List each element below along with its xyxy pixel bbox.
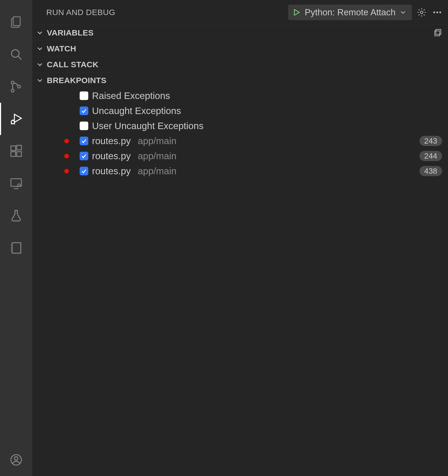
breakpoint-dot-icon — [64, 139, 69, 143]
breakpoint-checkbox[interactable] — [80, 106, 88, 115]
breakpoint-file-row[interactable]: routes.py app/main 243 — [32, 133, 448, 148]
breakpoint-file: routes.py — [92, 166, 131, 176]
breakpoints-title: BREAKPOINTS — [47, 76, 107, 85]
breakpoint-label: User Uncaught Exceptions — [92, 120, 203, 131]
breakpoint-exception-row[interactable]: Uncaught Exceptions — [32, 103, 448, 118]
svg-rect-16 — [17, 145, 21, 150]
breakpoint-file: routes.py — [92, 136, 131, 146]
activity-run-debug[interactable] — [0, 103, 32, 135]
chevron-down-icon — [34, 61, 45, 69]
breakpoints-section: BREAKPOINTS Raised Exceptions Uncaught E… — [32, 72, 448, 476]
activity-testing[interactable] — [0, 200, 32, 232]
breakpoints-header[interactable]: BREAKPOINTS — [32, 73, 448, 88]
svg-point-3 — [11, 81, 14, 84]
chevron-down-icon — [34, 45, 45, 53]
svg-point-4 — [11, 89, 14, 92]
breakpoint-line-badge: 438 — [419, 166, 442, 176]
svg-rect-0 — [13, 17, 20, 26]
svg-point-29 — [436, 12, 438, 13]
watch-header[interactable]: WATCH — [32, 41, 448, 56]
breakpoint-label: Uncaught Exceptions — [92, 105, 181, 116]
callstack-title: CALL STACK — [47, 60, 98, 69]
svg-point-27 — [420, 11, 423, 14]
activity-explorer[interactable] — [0, 6, 32, 38]
more-actions-icon[interactable] — [431, 6, 443, 18]
svg-point-25 — [15, 457, 18, 460]
svg-rect-20 — [12, 243, 21, 253]
breakpoint-checkbox[interactable] — [80, 167, 88, 175]
activity-bar — [0, 0, 32, 476]
svg-point-30 — [439, 12, 441, 13]
breakpoint-checkbox[interactable] — [80, 91, 88, 100]
breakpoint-checkbox[interactable] — [80, 137, 88, 145]
breakpoint-exception-row[interactable]: Raised Exceptions — [32, 88, 448, 103]
breakpoint-file: routes.py — [92, 151, 131, 161]
breakpoint-file-row[interactable]: routes.py app/main 244 — [32, 148, 448, 164]
chevron-down-icon[interactable] — [399, 9, 407, 16]
debug-settings-gear-icon[interactable] — [416, 6, 428, 18]
variables-title: VARIABLES — [47, 28, 94, 37]
svg-rect-17 — [11, 179, 22, 186]
run-debug-panel: RUN AND DEBUG Python: Remote Attach VARI… — [32, 0, 448, 476]
svg-rect-13 — [11, 146, 16, 151]
variables-section: VARIABLES — [32, 25, 448, 41]
svg-point-28 — [433, 12, 435, 13]
panel-header: RUN AND DEBUG Python: Remote Attach — [32, 0, 448, 25]
breakpoint-checkbox[interactable] — [80, 152, 88, 160]
activity-notebook[interactable] — [0, 232, 32, 264]
chevron-down-icon — [34, 29, 45, 37]
breakpoint-exception-row[interactable]: User Uncaught Exceptions — [32, 118, 448, 133]
debug-config-label: Python: Remote Attach — [305, 7, 396, 17]
activity-source-control[interactable] — [0, 70, 32, 103]
start-debug-icon[interactable] — [292, 8, 301, 17]
callstack-header[interactable]: CALL STACK — [32, 57, 448, 72]
svg-rect-32 — [435, 31, 440, 36]
svg-rect-15 — [17, 152, 21, 156]
svg-point-1 — [12, 50, 19, 57]
activity-search[interactable] — [0, 38, 32, 70]
breakpoint-dot-icon — [64, 154, 69, 158]
breakpoint-dot-icon — [64, 169, 69, 173]
breakpoints-body: Raised Exceptions Uncaught Exceptions Us… — [32, 88, 448, 476]
breakpoint-line-badge: 244 — [419, 151, 442, 161]
breakpoint-path: app/main — [138, 136, 177, 146]
chevron-down-icon — [34, 76, 45, 84]
collapse-all-icon[interactable] — [432, 27, 443, 38]
callstack-section: CALL STACK — [32, 56, 448, 72]
svg-rect-31 — [436, 29, 441, 34]
activity-account[interactable] — [0, 444, 32, 476]
debug-config-selector[interactable]: Python: Remote Attach — [288, 5, 412, 20]
svg-marker-6 — [15, 114, 22, 122]
svg-point-19 — [18, 184, 20, 187]
activity-remote-explorer[interactable] — [0, 167, 32, 200]
svg-line-2 — [18, 56, 22, 60]
watch-title: WATCH — [47, 44, 76, 53]
breakpoint-line-badge: 243 — [419, 136, 442, 146]
breakpoint-file-row[interactable]: routes.py app/main 438 — [32, 164, 448, 179]
breakpoint-path: app/main — [138, 166, 177, 176]
activity-extensions[interactable] — [0, 135, 32, 167]
svg-marker-26 — [294, 9, 299, 15]
panel-title: RUN AND DEBUG — [46, 8, 115, 17]
svg-rect-14 — [11, 152, 16, 156]
breakpoint-checkbox[interactable] — [80, 122, 88, 130]
svg-line-12 — [14, 124, 15, 124]
variables-header[interactable]: VARIABLES — [32, 25, 448, 41]
svg-line-11 — [11, 124, 12, 124]
breakpoint-label: Raised Exceptions — [92, 90, 170, 101]
watch-section: WATCH — [32, 41, 448, 56]
breakpoint-path: app/main — [138, 151, 177, 161]
